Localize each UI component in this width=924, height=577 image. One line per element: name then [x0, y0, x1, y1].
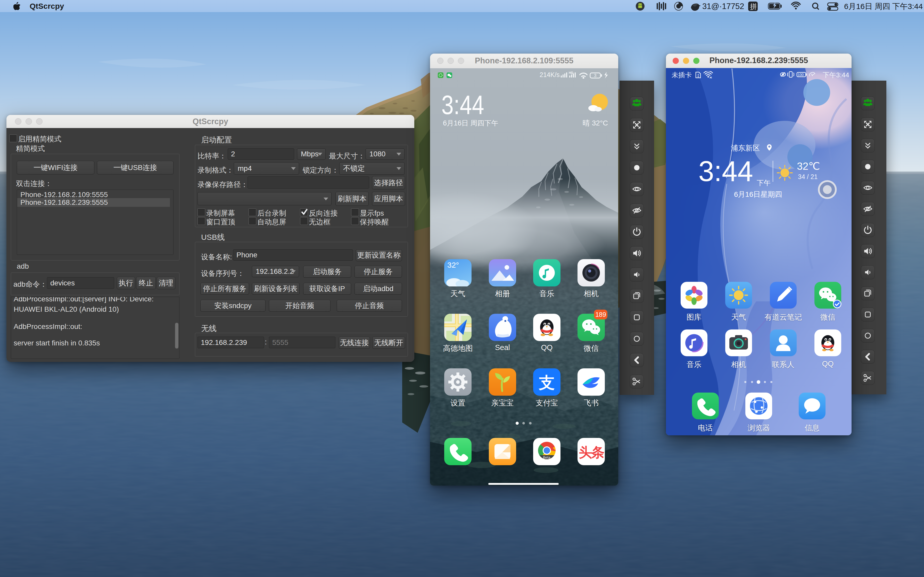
svg-text:Beta: Beta: [543, 455, 551, 459]
svg-text:拼: 拼: [750, 3, 757, 11]
svg-text:6月16日 周四 下午3:44: 6月16日 周四 下午3:44: [844, 2, 923, 11]
svg-text:3: 3: [594, 73, 596, 78]
svg-text:HD: HD: [569, 71, 573, 75]
svg-text:3:44: 3:44: [441, 90, 484, 119]
svg-text:214K/s: 214K/s: [540, 71, 560, 78]
svg-text:3:44: 3:44: [698, 156, 753, 187]
svg-text:31@·17752: 31@·17752: [702, 2, 744, 11]
svg-text:100: 100: [798, 73, 804, 77]
